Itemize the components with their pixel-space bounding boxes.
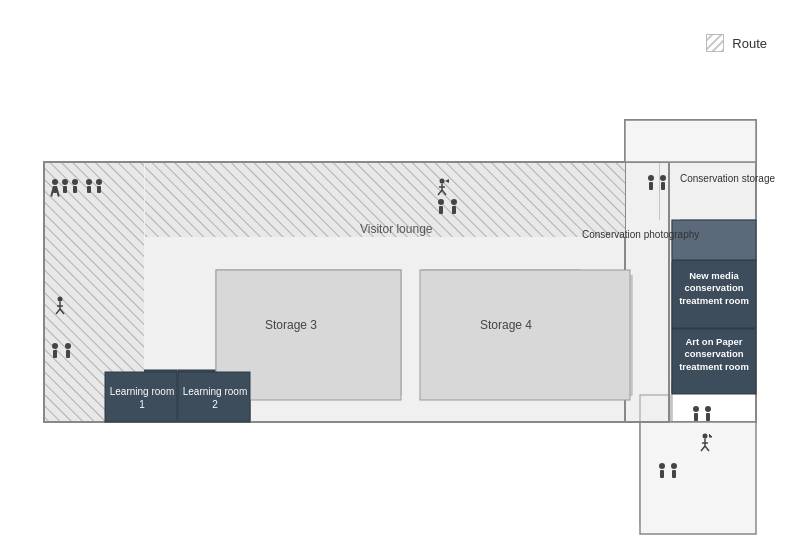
svg-rect-62 [452, 206, 456, 214]
conservation-photography-label: Conservation photography [582, 228, 699, 241]
icon-toilets-center [436, 198, 464, 220]
svg-point-71 [703, 434, 708, 439]
storage-3-label: Storage 3 [265, 318, 317, 332]
svg-point-69 [705, 406, 711, 412]
svg-rect-51 [53, 350, 57, 358]
svg-line-47 [56, 309, 60, 314]
svg-point-37 [62, 179, 68, 185]
learning-room-2-label: Learning room 2 [181, 385, 249, 411]
conservation-storage-label: Conservation storage [680, 172, 775, 185]
svg-rect-32 [625, 120, 756, 162]
svg-line-48 [60, 309, 64, 314]
svg-point-61 [451, 199, 457, 205]
svg-line-57 [442, 190, 446, 195]
learning-room-1-label: Learning room 1 [108, 385, 176, 411]
svg-point-33 [52, 179, 58, 185]
svg-rect-79 [672, 470, 676, 478]
icon-toilets-bottom-right-2 [658, 462, 680, 484]
svg-line-74 [705, 446, 709, 451]
svg-rect-24 [420, 270, 630, 400]
svg-rect-68 [694, 413, 698, 421]
svg-rect-42 [87, 186, 91, 193]
svg-point-43 [96, 179, 102, 185]
art-on-paper-label: Art on Paper conservation treatment room [674, 336, 754, 373]
svg-point-76 [659, 463, 665, 469]
svg-rect-64 [649, 182, 653, 190]
svg-point-45 [58, 297, 63, 302]
svg-rect-44 [97, 186, 101, 193]
storage-4-label: Storage 4 [480, 318, 532, 332]
svg-rect-40 [73, 186, 77, 193]
svg-point-39 [72, 179, 78, 185]
svg-point-41 [86, 179, 92, 185]
svg-rect-77 [660, 470, 664, 478]
svg-line-73 [701, 446, 705, 451]
new-media-conservation-label: New media conservation treatment room [674, 270, 754, 307]
svg-rect-60 [439, 206, 443, 214]
svg-point-59 [438, 199, 444, 205]
svg-point-50 [52, 343, 58, 349]
svg-rect-53 [66, 350, 70, 358]
svg-point-52 [65, 343, 71, 349]
svg-rect-38 [63, 186, 67, 193]
svg-point-78 [671, 463, 677, 469]
visitor-lounge-label: Visitor lounge [360, 222, 433, 236]
map-container: Route [0, 0, 799, 558]
icon-toilets-conservation [647, 174, 669, 196]
icon-toilets-top-left [50, 177, 110, 197]
svg-point-54 [440, 179, 445, 184]
svg-rect-66 [661, 182, 665, 190]
svg-point-65 [660, 175, 666, 181]
svg-line-56 [438, 190, 442, 195]
svg-point-67 [693, 406, 699, 412]
icon-toilets-bottom-right-1 [692, 405, 714, 427]
svg-rect-70 [706, 413, 710, 421]
icon-toilets-left-bottom [50, 342, 78, 362]
svg-point-63 [648, 175, 654, 181]
icon-stairs-left [50, 296, 70, 319]
icon-stairs-bottom-right [695, 433, 715, 456]
